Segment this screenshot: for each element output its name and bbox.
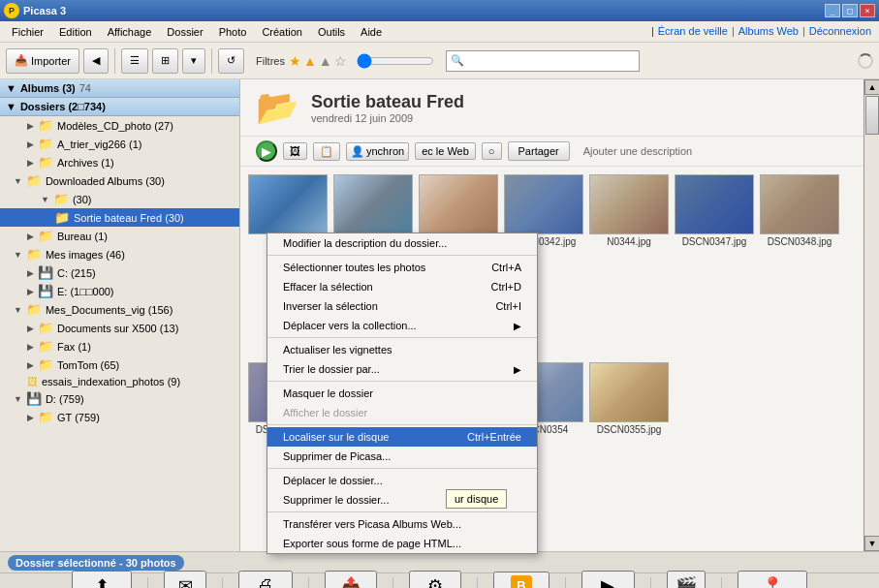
bottom-btn-services[interactable]: ⚙ Services bbox=[409, 571, 461, 589]
star-icon-4[interactable]: ☆ bbox=[334, 53, 347, 69]
tree-item-tomtom[interactable]: ▶ 📁 TomTom (65) bbox=[0, 356, 239, 374]
refresh-button[interactable]: ↺ bbox=[218, 48, 244, 74]
menu-aide[interactable]: Aide bbox=[353, 24, 390, 40]
deconnexion-link[interactable]: Déconnexion bbox=[809, 25, 871, 37]
photo-thumb-7[interactable]: DSCN0348.jpg bbox=[760, 174, 839, 356]
importer-button[interactable]: 📥 Importer bbox=[6, 48, 79, 74]
filter-slider[interactable] bbox=[357, 53, 434, 69]
scroll-down-button[interactable]: ▼ bbox=[864, 536, 879, 551]
menu-fichier[interactable]: Fichier bbox=[4, 24, 51, 40]
tree-item-c[interactable]: ▶ 💾 C: (215) bbox=[0, 263, 239, 282]
menu-affichage[interactable]: Affichage bbox=[100, 24, 160, 40]
nav-back-button[interactable]: ◀ bbox=[83, 48, 109, 74]
ecran-veille-link[interactable]: Écran de veille bbox=[658, 25, 728, 37]
albums-web-link[interactable]: Albums Web bbox=[738, 25, 799, 37]
ctx-masquer-dossier[interactable]: Masquer le dossier bbox=[267, 384, 537, 403]
ctx-transferer-web[interactable]: Transférer vers Picasa Albums Web... bbox=[267, 514, 537, 534]
menu-creation[interactable]: Création bbox=[254, 24, 310, 40]
tree-item-d[interactable]: ▼ 💾 D: (759) bbox=[0, 389, 239, 408]
tree-item-sub30[interactable]: ▼ 📁 (30) bbox=[0, 190, 239, 208]
share-button[interactable]: Partager bbox=[508, 141, 570, 161]
play-slideshow-button[interactable]: ▶ bbox=[256, 140, 277, 162]
tree-item-downloaded[interactable]: ▼ 📁 Downloaded Albums (30) bbox=[0, 171, 239, 190]
photo-img-2[interactable] bbox=[333, 174, 413, 234]
menu-outils[interactable]: Outils bbox=[310, 24, 353, 40]
menu-photo[interactable]: Photo bbox=[211, 24, 255, 40]
ctx-deplacer-collection[interactable]: Déplacer vers la collection... ▶ bbox=[267, 316, 537, 335]
right-scrollbar[interactable]: ▲ ▼ bbox=[863, 79, 879, 551]
bottom-btn-imprimer[interactable]: 🖨 Imprimer bbox=[238, 571, 292, 589]
tree-item-essais[interactable]: 🖼 essais_indexation_photos (9) bbox=[0, 374, 239, 389]
filter-stars[interactable]: ★ ▲ ▲ ☆ bbox=[289, 53, 347, 69]
photo-thumb-5[interactable]: N0344.jpg bbox=[589, 174, 669, 356]
tree-item-bureau[interactable]: ▶ 📁 Bureau (1) bbox=[0, 227, 239, 245]
desc-label[interactable]: Ajouter une description bbox=[583, 145, 693, 157]
folder-icon: 📁 bbox=[38, 357, 53, 372]
ctx-trier-dossier[interactable]: Trier le dossier par... ▶ bbox=[267, 359, 537, 379]
synchronize-button[interactable]: 👤 ynchron bbox=[346, 142, 409, 161]
bottom-btn-transferer[interactable]: ⬆ Transférer bbox=[72, 571, 132, 589]
tree-item-atrier[interactable]: ▶ 📁 A_trier_vig266 (1) bbox=[0, 135, 239, 153]
tree-item-modeles[interactable]: ▶ 📁 Modèles_CD_photo (27) bbox=[0, 116, 239, 135]
ctx-deplacer-dossier[interactable]: Déplacer le dossier... bbox=[267, 471, 537, 490]
bottom-btn-geomarquer[interactable]: 📍 Géomarquer bbox=[738, 571, 807, 589]
tree-item-e[interactable]: ▶ 💾 E: (1□□000) bbox=[0, 282, 239, 300]
album-btn-1[interactable]: 🖼 bbox=[283, 142, 307, 160]
tree-item-mes-images[interactable]: ▼ 📁 Mes images (46) bbox=[0, 245, 239, 263]
ctx-exporter-html[interactable]: Exporter sous forme de page HTML... bbox=[267, 534, 537, 553]
search-input[interactable] bbox=[466, 55, 635, 67]
ctx-localiser-disque[interactable]: Localiser sur le disque Ctrl+Entrée bbox=[267, 427, 537, 447]
view-grid-button[interactable]: ⊞ bbox=[152, 48, 178, 74]
star-icon-2[interactable]: ▲ bbox=[303, 53, 317, 69]
view-dropdown-button[interactable]: ▾ bbox=[182, 48, 205, 74]
search-box[interactable]: 🔍 bbox=[446, 50, 640, 72]
bottom-btn-email[interactable]: ✉ E-mail bbox=[164, 571, 206, 589]
star-icon-3[interactable]: ▲ bbox=[319, 53, 332, 69]
tree-item-fax[interactable]: ▶ 📁 Fax (1) bbox=[0, 337, 239, 356]
tree-item-archives[interactable]: ▶ 📁 Archives (1) bbox=[0, 153, 239, 171]
minimize-button[interactable]: _ bbox=[825, 4, 840, 17]
ctx-inverser-selection[interactable]: Inverser la sélection Ctrl+I bbox=[267, 296, 537, 316]
montage-icon: ▶ bbox=[596, 574, 619, 589]
close-button[interactable]: × bbox=[860, 4, 875, 17]
view-list-button[interactable]: ☰ bbox=[121, 48, 148, 74]
ctx-modifier-desc[interactable]: Modifier la description du dossier... bbox=[267, 233, 537, 253]
ctx-supprimer-dossier[interactable]: Supprimer le dossier... bbox=[267, 490, 537, 510]
tree-item-docs-x500[interactable]: ▶ 📁 Documents sur X500 (13) bbox=[0, 319, 239, 337]
scroll-track[interactable] bbox=[864, 95, 879, 536]
bottom-btn-exporter[interactable]: 📤 Exporter bbox=[325, 571, 377, 589]
maximize-button[interactable]: □ bbox=[842, 4, 858, 17]
album-btn-2[interactable]: 📋 bbox=[313, 142, 340, 161]
dossiers-section-header[interactable]: ▼ Dossiers (2□734) bbox=[0, 98, 239, 116]
menu-edition[interactable]: Edition bbox=[51, 24, 100, 40]
photo-img-12[interactable] bbox=[589, 362, 669, 422]
web-btn[interactable]: ec le Web bbox=[415, 142, 476, 160]
photo-img-7[interactable] bbox=[760, 174, 839, 234]
photo-img-3[interactable] bbox=[419, 174, 498, 234]
star-icon-1[interactable]: ★ bbox=[289, 53, 301, 69]
photo-thumb-12[interactable]: DSCN0355.jpg bbox=[589, 362, 669, 544]
photo-img-4[interactable] bbox=[504, 174, 583, 234]
ctx-effacer-selection[interactable]: Effacer la sélection Ctrl+D bbox=[267, 277, 537, 296]
scroll-up-button[interactable]: ▲ bbox=[864, 79, 879, 95]
ctx-sep-6 bbox=[267, 511, 537, 512]
photo-img-6[interactable] bbox=[675, 174, 754, 234]
bottom-btn-montage[interactable]: ▶ Montage bbox=[581, 571, 635, 589]
scroll-thumb[interactable] bbox=[865, 96, 879, 135]
left-panel: ▼ Albums (3) 74 ▼ Dossiers (2□734) ▶ 📁 M… bbox=[0, 79, 240, 551]
menu-dossier[interactable]: Dossier bbox=[159, 24, 210, 40]
tree-item-gt[interactable]: ▶ 📁 GT (759) bbox=[0, 408, 239, 426]
bottom-btn-film[interactable]: 🎬 Film bbox=[667, 571, 706, 589]
tree-item-sortie-bateau[interactable]: 📁 Sortie bateau Fred (30) bbox=[0, 208, 239, 227]
photo-thumb-6[interactable]: DSCN0347.jpg bbox=[675, 174, 754, 356]
ctx-afficher-dossier[interactable]: Afficher le dossier bbox=[267, 403, 537, 422]
bottom-btn-blogthis[interactable]: B BlogThis! bbox=[493, 572, 549, 589]
tree-item-mes-docs[interactable]: ▼ 📁 Mes_Documents_vig (156) bbox=[0, 300, 239, 319]
ctx-actualiser-vignettes[interactable]: Actualiser les vignettes bbox=[267, 340, 537, 359]
ctx-supprimer-picasa[interactable]: Supprimer de Picasa... bbox=[267, 447, 537, 466]
albums-section-header[interactable]: ▼ Albums (3) 74 bbox=[0, 79, 239, 98]
unknown-toggle[interactable]: ○ bbox=[482, 142, 502, 160]
photo-img-5[interactable] bbox=[589, 174, 669, 234]
photo-img-1[interactable] bbox=[248, 174, 328, 234]
ctx-selectionner-toutes[interactable]: Sélectionner toutes les photos Ctrl+A bbox=[267, 258, 537, 277]
